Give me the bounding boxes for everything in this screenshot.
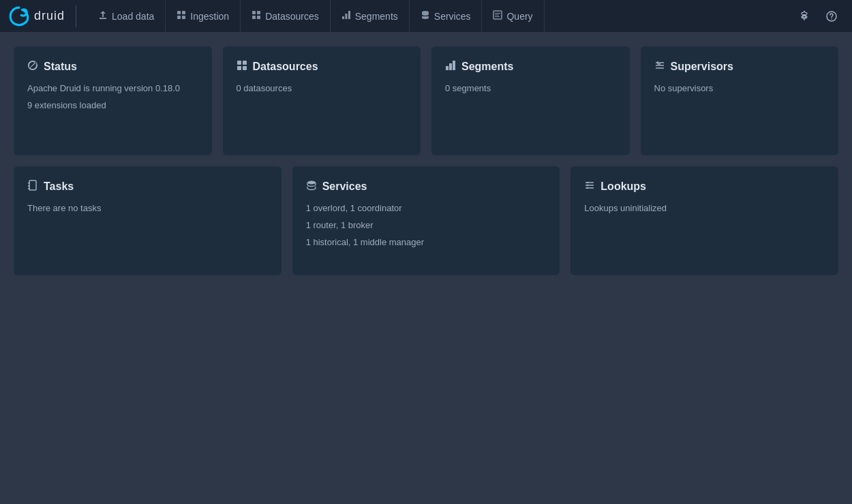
- nav-item-datasources[interactable]: Datasources: [241, 0, 331, 33]
- svg-point-41: [587, 187, 588, 189]
- navbar: druid Load data Ingestion Datasources Se…: [0, 0, 852, 33]
- tasks-line-1: There are no tasks: [27, 202, 268, 216]
- services-card-header: Services: [306, 180, 547, 193]
- svg-rect-23: [446, 66, 448, 70]
- nav-items: Load data Ingestion Datasources Segments…: [87, 0, 792, 33]
- svg-rect-7: [257, 16, 260, 19]
- tasks-icon: [27, 180, 38, 193]
- settings-button[interactable]: [792, 4, 817, 29]
- segments-card-header: Segments: [445, 60, 616, 74]
- tasks-card-content: There are no tasks: [27, 202, 268, 216]
- lookups-card-header: Lookups: [584, 180, 825, 193]
- lookups-card-title: Lookups: [600, 180, 646, 193]
- lookups-icon: [584, 180, 595, 193]
- status-line-2: 9 extensions loaded: [27, 99, 198, 113]
- datasources-line-1: 0 datasources: [237, 82, 408, 96]
- load-data-icon: [98, 10, 108, 22]
- nav-item-query[interactable]: Query: [482, 0, 544, 33]
- supervisors-card-content: No supervisors: [654, 82, 825, 96]
- segments-card[interactable]: Segments 0 segments: [431, 46, 630, 155]
- tasks-card[interactable]: Tasks There are no tasks: [14, 166, 282, 275]
- status-line-1: Apache Druid is running version 0.18.0: [27, 82, 198, 96]
- supervisors-icon: [654, 60, 665, 74]
- supervisors-card-title: Supervisors: [671, 61, 733, 73]
- supervisors-line-1: No supervisors: [654, 82, 825, 96]
- cards-row-2: Tasks There are no tasks Services 1 ove: [14, 166, 838, 275]
- svg-rect-3: [182, 16, 185, 19]
- supervisors-card-header: Supervisors: [654, 60, 825, 74]
- svg-rect-21: [237, 66, 241, 70]
- cards-row-1: Status Apache Druid is running version 0…: [14, 46, 838, 155]
- datasources-card-title: Datasources: [253, 61, 318, 73]
- svg-rect-0: [177, 11, 181, 14]
- help-icon: [826, 11, 837, 22]
- nav-item-segments[interactable]: Segments: [331, 0, 410, 33]
- status-card-title: Status: [44, 61, 77, 73]
- svg-rect-2: [177, 16, 181, 19]
- help-button[interactable]: [819, 4, 844, 29]
- settings-icon: [799, 11, 810, 22]
- nav-segments-label: Segments: [355, 11, 398, 22]
- segments-card-content: 0 segments: [445, 82, 616, 96]
- services-card-title: Services: [322, 180, 367, 193]
- supervisors-card[interactable]: Supervisors No supervisors: [641, 46, 839, 155]
- nav-item-ingestion[interactable]: Ingestion: [166, 0, 241, 33]
- svg-point-40: [587, 185, 588, 186]
- druid-logo-icon: [8, 5, 30, 27]
- nav-item-services[interactable]: Services: [410, 0, 483, 33]
- svg-point-39: [587, 182, 588, 183]
- nav-item-load-data[interactable]: Load data: [87, 0, 166, 33]
- svg-rect-1: [182, 11, 185, 14]
- svg-rect-6: [252, 16, 256, 19]
- lookups-card[interactable]: Lookups Lookups uninitialized: [570, 166, 838, 275]
- svg-rect-8: [342, 16, 344, 19]
- query-icon: [493, 10, 502, 22]
- svg-rect-25: [453, 61, 455, 70]
- svg-rect-22: [243, 66, 247, 70]
- tasks-card-header: Tasks: [27, 180, 268, 193]
- ingestion-icon: [177, 10, 186, 22]
- svg-point-16: [804, 14, 806, 16]
- nav-services-label: Services: [434, 11, 471, 22]
- svg-rect-10: [348, 11, 350, 19]
- nav-load-data-label: Load data: [112, 11, 154, 22]
- segments-line-1: 0 segments: [445, 82, 616, 96]
- datasources-card-header: Datasources: [237, 60, 408, 74]
- segments-card-title: Segments: [461, 61, 513, 73]
- status-card-content: Apache Druid is running version 0.18.0 9…: [27, 82, 198, 113]
- svg-rect-24: [449, 63, 452, 70]
- services-nav-icon: [421, 10, 430, 22]
- lookups-card-content: Lookups uninitialized: [584, 202, 825, 216]
- svg-rect-19: [237, 61, 241, 65]
- segments-card-icon: [445, 60, 456, 74]
- svg-rect-20: [243, 61, 247, 65]
- main-content: Status Apache Druid is running version 0…: [0, 33, 852, 289]
- nav-query-label: Query: [506, 11, 532, 22]
- datasources-icon: [252, 10, 261, 22]
- services-card[interactable]: Services 1 overlord, 1 coordinator 1 rou…: [292, 166, 560, 275]
- services-line-2: 1 router, 1 broker: [306, 219, 547, 233]
- services-card-icon: [306, 180, 317, 193]
- lookups-line-1: Lookups uninitialized: [584, 202, 825, 216]
- nav-ingestion-label: Ingestion: [190, 11, 229, 22]
- tasks-card-title: Tasks: [44, 180, 74, 193]
- status-card[interactable]: Status Apache Druid is running version 0…: [14, 46, 212, 155]
- segments-icon: [341, 10, 351, 22]
- datasources-card-icon: [237, 60, 247, 74]
- svg-point-18: [831, 18, 832, 20]
- brand[interactable]: druid: [8, 5, 76, 27]
- services-line-1: 1 overlord, 1 coordinator: [306, 202, 547, 216]
- svg-rect-9: [345, 14, 347, 19]
- datasources-card[interactable]: Datasources 0 datasources: [223, 46, 421, 155]
- services-card-content: 1 overlord, 1 coordinator 1 router, 1 br…: [306, 202, 547, 249]
- svg-rect-31: [29, 180, 36, 190]
- svg-rect-5: [257, 11, 260, 14]
- status-icon: [27, 60, 38, 74]
- nav-datasources-label: Datasources: [265, 11, 319, 22]
- datasources-card-content: 0 datasources: [237, 82, 408, 96]
- status-card-header: Status: [27, 60, 198, 74]
- services-line-3: 1 historical, 1 middle manager: [306, 236, 547, 250]
- svg-point-35: [307, 181, 316, 185]
- brand-name: druid: [34, 9, 65, 23]
- nav-right: [792, 4, 844, 29]
